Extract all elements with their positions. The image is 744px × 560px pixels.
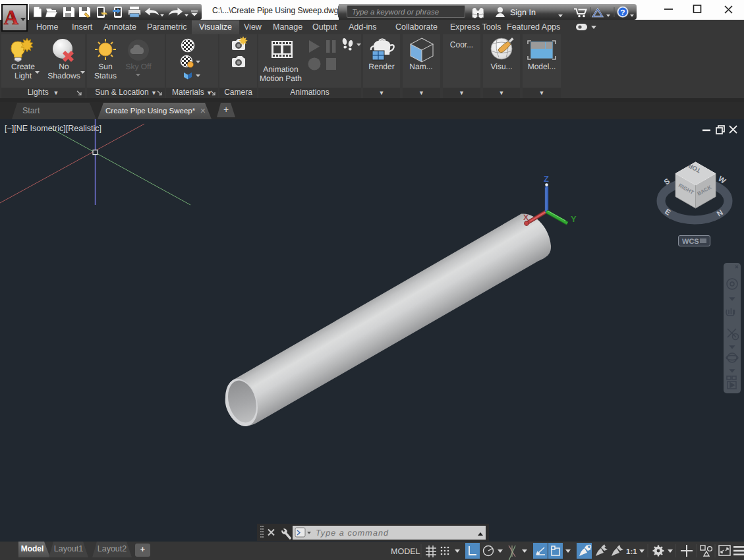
svg-text:Type a command: Type a command <box>316 528 389 538</box>
svg-text:Render: Render <box>368 62 394 71</box>
svg-text:Sign In: Sign In <box>510 8 536 17</box>
svg-text:A: A <box>4 6 19 29</box>
svg-text:Nam...: Nam... <box>409 62 432 71</box>
svg-text:Y: Y <box>571 214 577 224</box>
svg-text:WCS: WCS <box>682 238 699 246</box>
svg-text:X: X <box>523 213 529 222</box>
svg-text:Sky Off: Sky Off <box>125 62 152 71</box>
svg-text:1:1: 1:1 <box>626 548 637 556</box>
svg-text:Motion Path: Motion Path <box>260 74 302 83</box>
svg-text:Animation: Animation <box>263 65 298 74</box>
svg-text:Visu...: Visu... <box>490 62 512 71</box>
svg-text:Status: Status <box>94 71 117 80</box>
svg-text:Create: Create <box>11 62 35 71</box>
svg-text:?: ? <box>620 8 625 17</box>
svg-text:Sun: Sun <box>98 62 112 71</box>
svg-text:Shadows: Shadows <box>47 71 80 80</box>
svg-text:Z: Z <box>544 174 549 184</box>
svg-text:No: No <box>59 62 69 71</box>
svg-text:Light: Light <box>14 71 32 80</box>
svg-text:MODEL: MODEL <box>391 547 420 556</box>
svg-text:Model...: Model... <box>528 62 556 71</box>
